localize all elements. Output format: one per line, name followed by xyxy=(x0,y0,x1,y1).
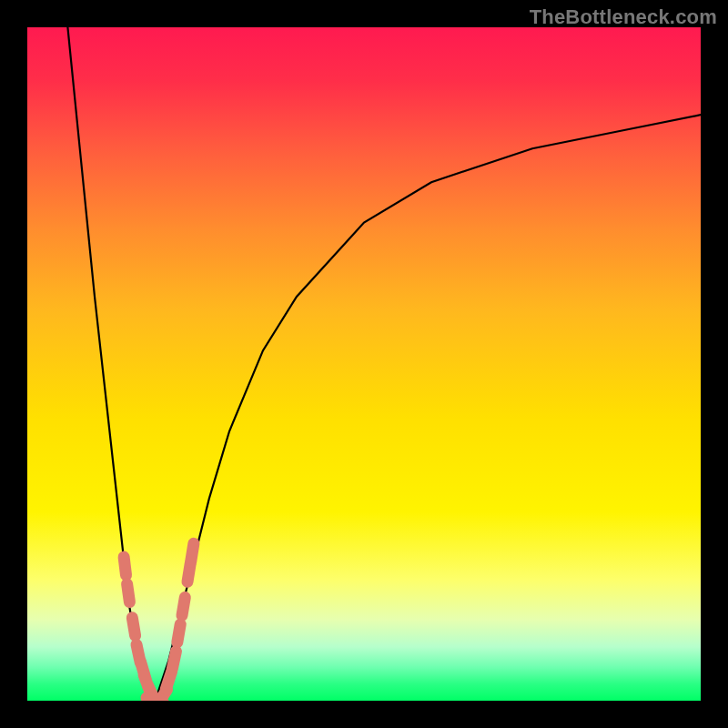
data-marker xyxy=(124,557,126,575)
data-marker xyxy=(172,652,176,670)
data-marker xyxy=(132,618,135,636)
curve-right-branch xyxy=(156,115,701,701)
data-marker xyxy=(182,598,185,616)
plot-area xyxy=(27,27,701,701)
marker-group xyxy=(124,543,194,701)
watermark-text: TheBottleneck.com xyxy=(530,5,717,29)
data-marker xyxy=(127,584,130,602)
chart-svg xyxy=(27,27,701,701)
data-marker xyxy=(191,543,194,561)
curve-left-branch xyxy=(67,27,155,701)
data-marker xyxy=(177,624,180,642)
chart-frame: TheBottleneck.com xyxy=(0,0,728,728)
